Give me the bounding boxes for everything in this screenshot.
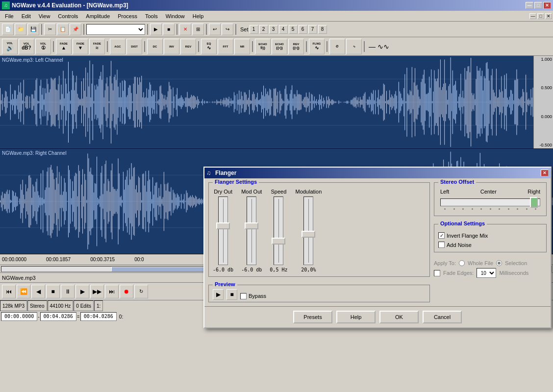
transport-to-end[interactable]: ⏭ (105, 285, 119, 298)
effect-dist[interactable]: DIST (126, 39, 142, 54)
transport-record[interactable]: ⏺ (120, 285, 133, 298)
effect-fade-in[interactable]: FADE▲ (56, 39, 72, 54)
dry-out-track[interactable] (218, 196, 228, 265)
stereo-thumb[interactable] (530, 197, 538, 208)
toolbar-open[interactable]: 📁 (15, 24, 26, 35)
transport-stop[interactable]: ■ (46, 285, 60, 298)
menu-help[interactable]: Help (189, 12, 208, 20)
menu-edit[interactable]: Edit (18, 12, 35, 20)
toolbar-copy[interactable]: 📋 (57, 24, 69, 35)
menu-controls[interactable]: Controls (54, 12, 82, 20)
modulation-track[interactable] (303, 196, 313, 265)
menu-file[interactable]: File (1, 12, 18, 20)
fade-edges-combo[interactable]: 10 20 50 (477, 268, 496, 278)
toolbar-play[interactable]: ▶ (150, 24, 162, 35)
menu-tools[interactable]: Tools (141, 12, 162, 20)
toolbar: 📄 📁 💾 ✂ 📋 📌 ▶ ■ ✕ ⊞ ↩ ↪ Set 1 2 3 4 5 6 … (0, 22, 553, 37)
toolbar-redo[interactable]: ↪ (222, 24, 233, 35)
set-btn-5[interactable]: 5 (289, 25, 298, 34)
effect-dc[interactable]: DC (147, 39, 163, 54)
maximize-button[interactable]: □ (534, 2, 542, 9)
toolbar-sep4 (176, 24, 177, 35)
effect-pitch[interactable]: ∿ (346, 39, 362, 54)
transport-pause[interactable]: ⏸ (61, 285, 75, 298)
effect-rev[interactable]: REV (180, 39, 196, 54)
toolbar-set-area: Set 1 2 3 4 5 6 7 8 (240, 25, 327, 34)
effect-vol-auto[interactable]: VOL🔊 (2, 39, 18, 54)
toolbar-new[interactable]: 📄 (2, 24, 14, 35)
effect-tempo[interactable]: ⏱ (329, 39, 345, 54)
transport-loop[interactable]: ↻ (134, 285, 148, 298)
toolbar-cut[interactable]: ✂ (44, 24, 56, 35)
toolbar-paste[interactable]: 📌 (70, 24, 81, 35)
toolbar-combo[interactable] (86, 24, 145, 35)
stereo-offset-group: Stereo Offset Left Center Right (434, 182, 547, 216)
fade-edges-checkbox[interactable] (434, 270, 440, 276)
speed-thumb[interactable] (272, 238, 285, 245)
transport-play[interactable]: ▶ (75, 285, 89, 298)
invert-flange-checkbox[interactable] (438, 232, 445, 239)
toolbar-stop[interactable]: ■ (163, 24, 175, 35)
set-btn-1[interactable]: 1 (250, 25, 258, 34)
add-noise-checkbox[interactable] (438, 242, 445, 248)
effect-nr[interactable]: NR (234, 39, 250, 54)
whole-file-radio[interactable] (459, 260, 465, 266)
dialog-close-button[interactable]: ✕ (541, 170, 549, 176)
transport-to-start[interactable]: ⏮ (2, 285, 16, 298)
set-btn-6[interactable]: 6 (299, 25, 307, 34)
minimize-button[interactable]: — (526, 2, 533, 9)
effect-rev2[interactable]: REV((•)) (288, 39, 304, 54)
modulation-thumb[interactable] (302, 231, 315, 238)
time-total: 00:04.0286 (80, 312, 117, 321)
ok-button[interactable]: OK (379, 311, 419, 323)
selection-radio[interactable] (496, 260, 502, 266)
transport-back[interactable]: ◀ (31, 285, 45, 298)
effect-flng[interactable]: FLNG∿ (309, 39, 325, 54)
effect-inv[interactable]: INV (164, 39, 179, 54)
preview-stop-button[interactable]: ■ (226, 289, 237, 300)
toolbar-save[interactable]: 💾 (27, 24, 39, 35)
cancel-button[interactable]: Cancel (423, 311, 462, 323)
bypass-checkbox[interactable] (240, 293, 247, 299)
apply-section: Apply To: Whole File Selection Fade Edge… (434, 260, 547, 278)
close-button[interactable]: ✕ (543, 2, 551, 9)
help-button[interactable]: Help (336, 311, 376, 323)
app-title: NGWave v.4.4 Evaluation - [NGWave.mp3] (12, 2, 526, 9)
set-btn-7[interactable]: 7 (308, 25, 317, 34)
effect-fft[interactable]: FFT (218, 39, 233, 54)
presets-button[interactable]: Presets (293, 311, 332, 323)
transport-forward[interactable]: ▶▶ (90, 285, 104, 298)
mod-out-thumb[interactable] (245, 222, 258, 229)
set-btn-4[interactable]: 4 (279, 25, 288, 34)
effect-fade-custom[interactable]: FADE≈ (89, 39, 105, 54)
set-btn-8[interactable]: 8 (318, 25, 327, 34)
dry-out-thumb[interactable] (216, 222, 230, 229)
effect-vol-db[interactable]: VOLdB? (19, 39, 34, 54)
effect-agc[interactable]: AGC (110, 39, 126, 54)
menu-amplitude[interactable]: Amplitude (82, 12, 114, 20)
speed-track[interactable] (274, 196, 283, 265)
effect-eq[interactable]: EQ∿ (201, 39, 217, 54)
effect-vol-env[interactable]: VOL① (35, 39, 51, 54)
menu-right-max[interactable]: □ (537, 13, 544, 19)
preview-play-button[interactable]: ▶ (213, 289, 224, 300)
stereo-track[interactable] (440, 198, 540, 206)
menu-process[interactable]: Process (114, 12, 141, 20)
toolbar-undo[interactable]: ↩ (209, 24, 221, 35)
set-label: Set (240, 26, 249, 32)
modulation-label: Modulation (295, 189, 322, 195)
effect-echo-cc[interactable]: ECHO((•)) (272, 39, 287, 54)
mod-out-track[interactable] (247, 196, 256, 265)
menu-right-min[interactable]: — (529, 13, 536, 19)
menu-view[interactable]: View (35, 12, 54, 20)
transport-rewind[interactable]: ⏪ (17, 285, 30, 298)
effect-fade-out[interactable]: FADE▼ (73, 39, 88, 54)
menu-right-close[interactable]: ✕ (545, 13, 552, 19)
set-btn-3[interactable]: 3 (269, 25, 278, 34)
toolbar-delete[interactable]: ✕ (179, 24, 191, 35)
status-edits: 0 Edits (74, 300, 94, 311)
menu-window[interactable]: Window (162, 12, 189, 20)
effect-echo5[interactable]: ECHO5)) (255, 39, 271, 54)
toolbar-special[interactable]: ⊞ (192, 24, 204, 35)
set-btn-2[interactable]: 2 (259, 25, 268, 34)
